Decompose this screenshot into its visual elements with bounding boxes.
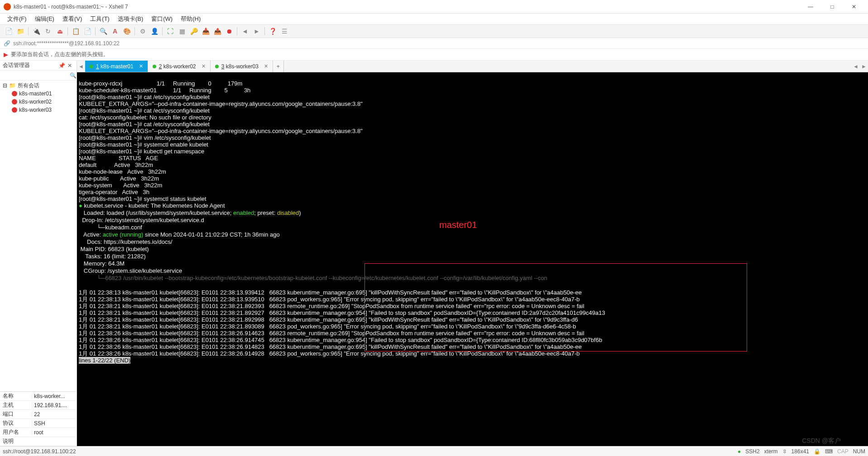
- tab-label: 3 k8s-worker03: [221, 63, 259, 70]
- transfer-icon[interactable]: 📥: [201, 26, 211, 36]
- session-icon: [12, 107, 17, 113]
- session-mgr-icon[interactable]: ☰: [279, 26, 289, 36]
- pager-status: lines 1-22/22 (END): [79, 357, 130, 364]
- separator: [95, 27, 96, 35]
- session-properties: 名称k8s-worker... 主机192.168.91.... 端口22 协议…: [0, 391, 77, 446]
- separator: [237, 27, 237, 35]
- help-icon[interactable]: ❓: [268, 26, 278, 36]
- close-tab-icon[interactable]: ✕: [201, 63, 206, 69]
- tab-k8s-worker02[interactable]: 2 k8s-worker02✕: [148, 61, 211, 72]
- user-icon[interactable]: 👤: [149, 26, 159, 36]
- menu-window[interactable]: 窗口(W): [148, 14, 176, 24]
- prop-key: 用户名: [0, 428, 32, 436]
- close-tab-icon[interactable]: ✕: [264, 63, 268, 69]
- window-title: k8s-master01 - root@k8s-master01:~ - Xsh…: [14, 4, 800, 10]
- menu-file[interactable]: 文件(F): [4, 14, 30, 24]
- tree-item-label: k8s-worker02: [19, 99, 52, 105]
- separator: [264, 27, 265, 35]
- main-area: ◄ 1 k8s-master01✕2 k8s-worker02✕3 k8s-wo…: [77, 61, 868, 446]
- tab-k8s-master01[interactable]: 1 k8s-master01✕: [85, 61, 148, 72]
- separator: [134, 27, 135, 35]
- prop-key: 说明: [0, 437, 32, 445]
- search-input[interactable]: [2, 72, 70, 79]
- tab-strip: ◄ 1 k8s-master01✕2 k8s-worker02✕3 k8s-wo…: [77, 61, 868, 72]
- search-icon[interactable]: 🔍: [70, 72, 77, 79]
- close-button[interactable]: ✕: [844, 0, 864, 13]
- record-icon[interactable]: ⏺: [224, 26, 234, 36]
- find-icon[interactable]: 🔍: [98, 26, 108, 36]
- status-caps: CAP: [837, 448, 849, 455]
- copy-icon[interactable]: 📋: [71, 26, 81, 36]
- disconnect-icon[interactable]: ⏏: [55, 26, 65, 36]
- maximize-button[interactable]: □: [822, 0, 843, 13]
- add-tab-button[interactable]: +: [273, 61, 284, 72]
- status-dot-icon: [90, 65, 93, 68]
- prop-icon[interactable]: ⚙: [138, 26, 148, 36]
- tree-item[interactable]: k8s-master01: [0, 90, 77, 98]
- status-dot-icon: [215, 65, 219, 68]
- status-dot-icon: [153, 65, 156, 68]
- upload-icon[interactable]: 📤: [212, 26, 222, 36]
- window-controls: — □ ✕: [800, 0, 864, 13]
- hint-text: 要添加当前会话，点击左侧的箭头按钮。: [11, 51, 109, 58]
- connect-icon[interactable]: 🔌: [31, 26, 41, 36]
- tree-root[interactable]: ⊟ 📁 所有会话: [0, 81, 77, 90]
- prop-val: 22: [32, 411, 77, 418]
- pin-icon[interactable]: 📌: [58, 62, 66, 69]
- close-panel-icon[interactable]: ✕: [66, 62, 74, 69]
- tile-icon[interactable]: ▦: [177, 26, 187, 36]
- prop-row: 说明: [0, 437, 77, 446]
- address-text[interactable]: ssh://root:***************@192.168.91.10…: [13, 40, 864, 47]
- status-dot-icon: ●: [79, 202, 82, 209]
- menu-tab[interactable]: 选项卡(B): [114, 14, 147, 24]
- tab-nav-left-icon[interactable]: ◄: [852, 61, 860, 72]
- prop-key: 协议: [0, 419, 32, 427]
- menu-view[interactable]: 查看(V): [59, 14, 86, 24]
- session-tree: ⊟ 📁 所有会话 k8s-master01 k8s-worker02 k8s-w…: [0, 81, 77, 391]
- font-icon[interactable]: A: [110, 26, 120, 36]
- tree-item[interactable]: k8s-worker02: [0, 98, 77, 106]
- terminal-output[interactable]: kube-proxy-rdcxj 1/1 Running 0 179m kube…: [77, 72, 868, 446]
- session-icon: [12, 91, 17, 96]
- menubar: 文件(F) 编辑(E) 查看(V) 工具(T) 选项卡(B) 窗口(W) 帮助(…: [0, 14, 868, 24]
- close-tab-icon[interactable]: ✕: [139, 63, 143, 69]
- nav-right-icon[interactable]: ►: [252, 26, 262, 36]
- flag-icon: ▶: [4, 51, 8, 58]
- color-icon[interactable]: 🎨: [122, 26, 132, 36]
- menu-edit[interactable]: 编辑(E): [31, 14, 58, 24]
- key-icon[interactable]: 🔑: [189, 26, 199, 36]
- session-icon: [12, 99, 17, 104]
- prop-row: 协议SSH: [0, 419, 77, 428]
- minimize-button[interactable]: —: [800, 0, 821, 13]
- toolbar: 📄 📁 🔌 ↻ ⏏ 📋 📄 🔍 A 🎨 ⚙ 👤 ⛶ ▦ 🔑 📥 📤 ⏺ ◄ ► …: [0, 24, 868, 38]
- tab-nav-right-icon[interactable]: ►: [860, 61, 868, 72]
- prop-key: 端口: [0, 410, 32, 418]
- status-ssh: SSH2: [745, 448, 759, 455]
- status-dot-icon: ●: [738, 448, 741, 455]
- tree-root-label: 所有会话: [18, 82, 39, 90]
- separator: [67, 27, 68, 35]
- annotation-label: master01: [439, 222, 477, 228]
- status-size: 186x41: [791, 448, 809, 455]
- menu-tools[interactable]: 工具(T): [86, 14, 113, 24]
- prop-val: SSH: [32, 420, 77, 427]
- tab-k8s-worker03[interactable]: 3 k8s-worker03✕: [211, 61, 273, 72]
- tab-prev-icon[interactable]: ◄: [77, 61, 85, 72]
- new-session-icon[interactable]: 📄: [4, 26, 14, 36]
- fullscreen-icon[interactable]: ⛶: [165, 26, 175, 36]
- workspace: 会话管理器 📌 ✕ 🔍 ⊟ 📁 所有会话 k8s-master01 k8s-wo…: [0, 61, 868, 446]
- size-icon: ⇳: [782, 448, 787, 455]
- separator: [28, 27, 29, 35]
- nav-left-icon[interactable]: ◄: [240, 26, 250, 36]
- reconnect-icon[interactable]: ↻: [43, 26, 53, 36]
- sidebar-search[interactable]: 🔍: [0, 71, 77, 81]
- sidebar-title: 会话管理器: [3, 62, 58, 69]
- tree-item[interactable]: k8s-worker03: [0, 106, 77, 114]
- open-session-icon[interactable]: 📁: [15, 26, 25, 36]
- titlebar: k8s-master01 - root@k8s-master01:~ - Xsh…: [0, 0, 868, 14]
- paste-icon[interactable]: 📄: [82, 26, 92, 36]
- tree-item-label: k8s-worker03: [19, 107, 52, 113]
- prop-row: 名称k8s-worker...: [0, 392, 77, 401]
- expand-icon[interactable]: ⊟: [3, 82, 7, 89]
- menu-help[interactable]: 帮助(H): [177, 14, 204, 24]
